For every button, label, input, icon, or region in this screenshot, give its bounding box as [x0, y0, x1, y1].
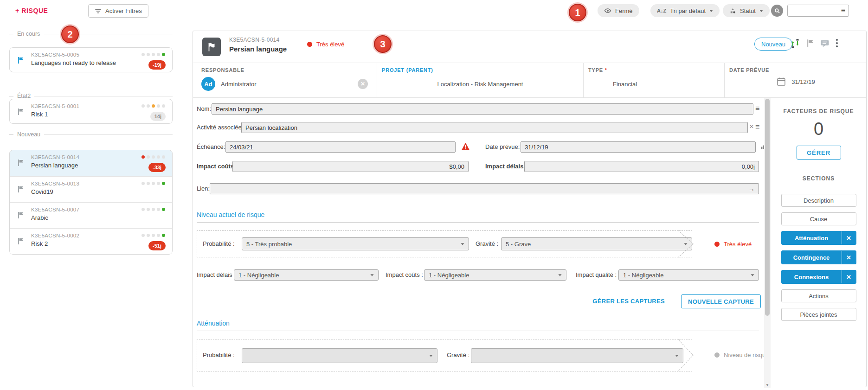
- risk-card-id: K3E5ACSN-5-0002: [31, 233, 79, 238]
- close-icon[interactable]: ✕: [842, 270, 856, 283]
- group-tick: [9, 134, 13, 135]
- manage-captures-link[interactable]: GÉRER LES CAPTURES: [592, 298, 665, 305]
- impact-delais-input[interactable]: 0,00j: [524, 161, 759, 172]
- status-pill-nouveau[interactable]: Nouveau: [754, 38, 792, 51]
- section-button-label: Atténuation: [782, 235, 842, 242]
- search-menu-icon[interactable]: ≡: [841, 7, 845, 14]
- flag-icon: [17, 211, 25, 219]
- chevron-down-icon: [461, 243, 464, 245]
- risk-card[interactable]: K3E5ACSN-5-0001 Risk 1 14j: [9, 99, 173, 124]
- eye-icon: [604, 7, 611, 14]
- remove-responsable-icon[interactable]: ✕: [358, 79, 368, 89]
- impact-qualite-dd-value: 1 - Négligeable: [623, 272, 663, 279]
- risk-card[interactable]: K3E5ACSN-5-0007 Arabic: [10, 202, 172, 228]
- close-icon[interactable]: ✕: [842, 231, 856, 244]
- group-tick: [9, 96, 13, 96]
- flag-icon: [17, 185, 25, 193]
- sections-label: SECTIONS: [771, 175, 867, 182]
- impact-delais-label: Impact délais:: [485, 160, 526, 173]
- section-button-contingence[interactable]: Contingence ✕: [781, 250, 856, 264]
- projet-value: Localization - Risk Management: [377, 81, 583, 88]
- lien-input[interactable]: →: [210, 183, 759, 194]
- delay-badge: -33j: [148, 163, 166, 172]
- section-button-actions[interactable]: Actions: [781, 289, 856, 302]
- delay-badge: -19j: [148, 60, 166, 70]
- gravite-dropdown[interactable]: 5 - Grave: [501, 237, 692, 250]
- open-link-arrow-icon[interactable]: →: [748, 185, 755, 192]
- nom-menu-icon[interactable]: ≡: [755, 105, 759, 112]
- risk-card[interactable]: K3E5ACSN-5-0005 Languages not ready to r…: [9, 47, 173, 72]
- group-label-etat2: État2: [9, 93, 173, 99]
- nom-input[interactable]: Persian language: [212, 103, 753, 115]
- scrollbar-down-arrow[interactable]: ▼: [764, 383, 771, 387]
- more-options-icon[interactable]: [836, 39, 838, 47]
- responsable-label: RESPONSABLE: [201, 67, 244, 73]
- workflow-transition-icon[interactable]: [791, 38, 800, 48]
- section-button-label: Contingence: [782, 254, 842, 261]
- add-risk-button[interactable]: + RISQUE: [15, 7, 48, 14]
- probabilite-label: Probabilité :: [203, 238, 235, 250]
- current-risk-section-title[interactable]: Niveau actuel de risque: [197, 211, 264, 218]
- scrollbar-thumb[interactable]: [765, 99, 770, 316]
- section-button-pieces-jointes[interactable]: Pièces jointes: [781, 308, 856, 321]
- impact-couts-dd-value: 1 - Négligeable: [429, 272, 469, 279]
- risk-card-title: Persian language: [31, 162, 78, 169]
- section-button-cause[interactable]: Cause: [781, 212, 856, 225]
- impact-delais-dropdown[interactable]: 1 - Négligeable: [234, 269, 379, 281]
- section-button-description[interactable]: Description: [781, 194, 856, 207]
- risk-card-id: K3E5ACSN-5-0001: [31, 103, 79, 109]
- search-field[interactable]: [790, 6, 838, 17]
- annotation-marker-1: 1: [569, 4, 586, 21]
- attenuation-gravite-dropdown[interactable]: [471, 348, 683, 363]
- group-label-text: Nouveau: [17, 131, 40, 138]
- chevron-down-icon: [558, 274, 561, 276]
- risk-form-area: Nom: Persian language ≡ Activité associé…: [193, 98, 771, 388]
- gravite-value: 5 - Grave: [506, 241, 531, 248]
- risk-management-screen: + RISQUE Activer Filtres 1 Fermé A↓Z Tri…: [0, 0, 868, 390]
- impact-qualite-dropdown[interactable]: 1 - Négligeable: [618, 269, 759, 281]
- risk-card-id: K3E5ACSN-5-0005: [31, 52, 79, 58]
- impact-couts-input[interactable]: $0,00: [232, 161, 469, 172]
- calendar-icon[interactable]: [777, 77, 786, 86]
- impact-couts-label: Impact coûts:: [197, 160, 236, 173]
- activate-filters-button[interactable]: Activer Filtres: [88, 4, 148, 18]
- risk-card-title: Risk 1: [31, 111, 48, 118]
- search-input[interactable]: ≡: [787, 5, 849, 17]
- risk-card[interactable]: K3E5ACSN-5-0002 Risk 2 -51j: [10, 228, 172, 254]
- attenuation-section-title[interactable]: Atténuation: [197, 320, 230, 327]
- search-button[interactable]: [771, 5, 783, 17]
- required-asterisk: *: [605, 67, 607, 73]
- impact-couts-dropdown[interactable]: 1 - Négligeable: [424, 269, 566, 281]
- risk-card-selected[interactable]: K3E5ACSN-5-0014 Persian language -33j: [10, 150, 172, 176]
- risk-card[interactable]: K3E5ACSN-5-0013 Covid19: [10, 176, 172, 202]
- filter-icon: [95, 8, 102, 14]
- section-button-attenuation[interactable]: Atténuation ✕: [781, 231, 856, 245]
- impact-qualite-dd-label: Impact qualité :: [576, 269, 617, 281]
- attenuation-probabilite-dropdown[interactable]: [242, 348, 437, 363]
- status-shapes-icon: [729, 7, 736, 14]
- flag-icon: [17, 57, 25, 64]
- form-scrollbar[interactable]: ▼: [764, 98, 771, 388]
- sort-label: Tri par défaut: [670, 7, 706, 14]
- activite-clear-icon[interactable]: ✕: [749, 123, 754, 130]
- date-prevue-input[interactable]: 31/12/19: [521, 141, 756, 153]
- status-dots: [141, 234, 165, 237]
- attenuation-chevron-box: Probabilité : Gravité :: [197, 339, 692, 371]
- activite-menu-icon[interactable]: ≡: [755, 123, 759, 131]
- risk-card-id: K3E5ACSN-5-0013: [31, 181, 79, 186]
- risk-info-row: RESPONSABLE Ad Administrator ✕ PROJET (P…: [193, 63, 866, 98]
- section-button-connexions[interactable]: Connexions ✕: [781, 270, 856, 284]
- sort-dropdown[interactable]: A↓Z Tri par défaut: [650, 4, 720, 17]
- projet-label[interactable]: PROJET (PARENT): [382, 67, 433, 73]
- close-icon[interactable]: ✕: [842, 251, 856, 264]
- annotation-marker-3: 3: [374, 35, 392, 53]
- activite-input[interactable]: Persian localization: [241, 122, 748, 133]
- echeance-input[interactable]: 24/03/21: [225, 141, 456, 153]
- closed-filter-pill[interactable]: Fermé: [598, 4, 639, 17]
- flag-icon[interactable]: [806, 39, 815, 47]
- comments-icon[interactable]: [820, 39, 829, 48]
- manage-risk-factors-button[interactable]: GÉRER: [797, 146, 841, 160]
- new-capture-button[interactable]: NOUVELLE CAPTURE: [681, 294, 761, 308]
- status-dropdown[interactable]: Statut: [723, 4, 770, 17]
- probabilite-dropdown[interactable]: 5 - Très probable: [242, 237, 469, 250]
